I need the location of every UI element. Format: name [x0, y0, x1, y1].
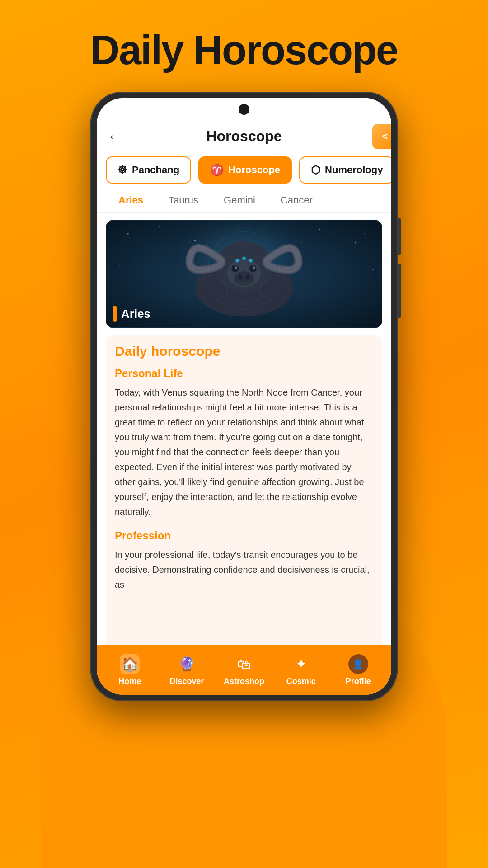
header-title: Horoscope — [206, 128, 282, 145]
astroshop-nav-label: Astroshop — [224, 677, 264, 686]
hero-sign-text: Aries — [121, 307, 150, 321]
svg-point-6 — [355, 242, 356, 243]
svg-point-18 — [242, 257, 246, 260]
numerology-label: Numerology — [325, 164, 383, 176]
profession-title: Profession — [115, 529, 373, 542]
svg-point-7 — [364, 233, 365, 234]
phone-notch — [97, 98, 391, 121]
astroshop-icon: 🛍 — [234, 654, 254, 674]
svg-point-15 — [235, 266, 237, 269]
profile-icon: 👤 — [348, 654, 368, 674]
phone-side-button-2 — [398, 264, 401, 318]
svg-point-3 — [159, 226, 160, 227]
numerology-icon: ⬡ — [311, 164, 320, 176]
home-nav-label: Home — [118, 677, 141, 686]
category-horoscope[interactable]: ♈ Horoscope — [198, 156, 292, 184]
back-button[interactable]: ← — [108, 129, 121, 144]
tab-aries[interactable]: Aries — [106, 188, 156, 212]
app-content: ← Horoscope < ☸ Panchang ♈ Horoscope — [97, 121, 391, 695]
svg-point-4 — [194, 240, 196, 241]
hero-sign-label: Aries — [113, 306, 150, 322]
horoscope-icon: ♈ — [210, 164, 224, 176]
svg-point-2 — [127, 233, 129, 235]
svg-point-22 — [245, 275, 250, 280]
tab-cancer[interactable]: Cancer — [268, 188, 325, 212]
profession-text: In your professional life, today's trans… — [115, 547, 373, 592]
svg-point-8 — [119, 264, 120, 265]
phone-screen: ← Horoscope < ☸ Panchang ♈ Horoscope — [97, 98, 391, 695]
profile-avatar: 👤 — [348, 654, 368, 674]
horoscope-label: Horoscope — [228, 164, 280, 176]
category-row: ☸ Panchang ♈ Horoscope ⬡ Numerology — [97, 152, 391, 188]
bottom-navigation: 🏠 Home 🔮 Discover 🛍 Astroshop ✦ Cosmic — [97, 645, 391, 695]
nav-home[interactable]: 🏠 Home — [107, 654, 152, 686]
front-camera — [239, 104, 249, 115]
svg-point-9 — [373, 269, 374, 270]
nav-astroshop[interactable]: 🛍 Astroshop — [221, 654, 267, 686]
category-numerology[interactable]: ⬡ Numerology — [299, 156, 391, 184]
panchang-icon: ☸ — [117, 164, 127, 176]
tab-taurus[interactable]: Taurus — [156, 188, 211, 212]
hero-image: Aries — [106, 220, 382, 328]
phone-mockup: ← Horoscope < ☸ Panchang ♈ Horoscope — [90, 92, 398, 701]
cosmic-icon: ✦ — [291, 654, 311, 674]
nav-cosmic[interactable]: ✦ Cosmic — [278, 654, 324, 686]
discover-nav-label: Discover — [170, 677, 204, 686]
svg-point-17 — [235, 259, 239, 262]
tab-gemini[interactable]: Gemini — [211, 188, 268, 212]
phone-frame: ← Horoscope < ☸ Panchang ♈ Horoscope — [90, 92, 398, 701]
svg-point-5 — [319, 229, 320, 230]
category-panchang[interactable]: ☸ Panchang — [106, 156, 191, 184]
daily-horoscope-title: Daily horoscope — [115, 344, 373, 359]
home-icon: 🏠 — [120, 654, 140, 674]
nav-profile[interactable]: 👤 Profile — [336, 654, 381, 686]
discover-icon: 🔮 — [177, 654, 197, 674]
personal-life-title: Personal Life — [115, 367, 373, 380]
header-right-button[interactable]: < — [372, 124, 391, 149]
profile-nav-label: Profile — [346, 677, 371, 686]
svg-point-16 — [253, 266, 255, 269]
cosmic-nav-label: Cosmic — [286, 677, 316, 686]
zodiac-tabs: Aries Taurus Gemini Cancer — [97, 188, 391, 213]
personal-life-text: Today, with Venus squaring the North Nod… — [115, 385, 373, 519]
phone-side-button — [398, 218, 401, 255]
svg-point-21 — [238, 275, 243, 280]
svg-point-19 — [249, 259, 253, 262]
horoscope-content: Daily horoscope Personal Life Today, wit… — [106, 335, 382, 645]
nav-discover[interactable]: 🔮 Discover — [164, 654, 210, 686]
panchang-label: Panchang — [132, 164, 179, 176]
page-title: Daily Horoscope — [90, 27, 398, 74]
app-header: ← Horoscope < — [97, 121, 391, 152]
hero-label-bar — [113, 306, 117, 322]
